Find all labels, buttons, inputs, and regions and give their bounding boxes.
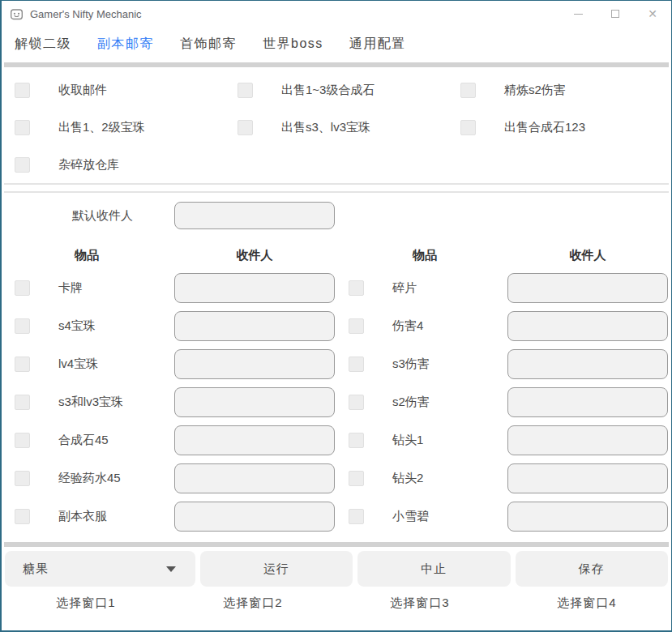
header-recipient-right: 收件人 bbox=[512, 248, 663, 263]
checkbox-sprite[interactable] bbox=[349, 509, 364, 524]
app-icon bbox=[10, 7, 24, 21]
table-row: 合成石45 钻头1 bbox=[2, 421, 671, 459]
item-label: 钻头2 bbox=[392, 471, 496, 486]
checkbox-s2-damage[interactable] bbox=[349, 395, 364, 410]
recipient-input-dungeon-clothes[interactable] bbox=[174, 502, 335, 532]
close-button[interactable]: ✕ bbox=[634, 1, 671, 27]
select-window-2[interactable]: 选择窗口2 bbox=[172, 596, 334, 611]
title-bar: Gamer's Nifty Mechanic ✕ bbox=[2, 1, 671, 27]
checkbox-fragment[interactable] bbox=[349, 280, 364, 296]
table-row: s4宝珠 伤害4 bbox=[2, 307, 671, 345]
checkbox-s3-damage[interactable] bbox=[349, 357, 364, 372]
checkbox-refine-s2-damage[interactable] bbox=[460, 83, 476, 98]
recipient-input-fragment[interactable] bbox=[507, 273, 668, 303]
default-recipient-input[interactable] bbox=[174, 202, 335, 229]
item-label: 小雪碧 bbox=[392, 509, 496, 524]
select-window-row: 选择窗口1 选择窗口2 选择窗口3 选择窗口4 bbox=[2, 587, 671, 611]
run-button[interactable]: 运行 bbox=[200, 551, 353, 587]
option-collect-mail: 收取邮件 bbox=[2, 83, 225, 98]
checkbox-exp-potion-45[interactable] bbox=[15, 471, 30, 486]
checkbox-synth-stone-45[interactable] bbox=[15, 433, 30, 448]
window-title: Gamer's Nifty Mechanic bbox=[30, 8, 559, 20]
minimize-icon bbox=[574, 14, 583, 15]
recipient-input-drill1[interactable] bbox=[507, 425, 668, 455]
app-window: Gamer's Nifty Mechanic ✕ 解锁二级 副本邮寄 首饰邮寄 … bbox=[0, 0, 672, 632]
checkbox-sell-s3-lv3-orb[interactable] bbox=[238, 120, 253, 135]
checkbox-sell-synth-stone-1-3[interactable] bbox=[238, 83, 253, 98]
checkbox-sell-orb-1-2[interactable] bbox=[15, 120, 30, 135]
window-select-value: 糖果 bbox=[23, 562, 49, 577]
item-label: 伤害4 bbox=[392, 318, 496, 334]
recipient-input-s3-lv3-orb[interactable] bbox=[174, 387, 335, 417]
table-row: 副本衣服 小雪碧 bbox=[2, 497, 671, 536]
checkbox-drill2[interactable] bbox=[349, 471, 364, 486]
recipient-input-card[interactable] bbox=[174, 273, 335, 303]
header-recipient-left: 收件人 bbox=[172, 248, 337, 263]
tab-world-boss[interactable]: 世界boss bbox=[263, 36, 323, 53]
option-sell-synth-stone-1-3: 出售1~3级合成石 bbox=[225, 83, 447, 98]
table-row: 经验药水45 钻头2 bbox=[2, 459, 671, 497]
option-label: 收取邮件 bbox=[58, 83, 107, 98]
option-sell-synth-stone-123: 出售合成石123 bbox=[447, 120, 670, 135]
recipient-input-lv4-orb[interactable] bbox=[174, 349, 335, 379]
save-button[interactable]: 保存 bbox=[516, 551, 669, 587]
window-controls: ✕ bbox=[559, 1, 671, 27]
checkbox-collect-mail[interactable] bbox=[15, 83, 30, 98]
option-refine-s2-damage: 精炼s2伤害 bbox=[447, 83, 670, 98]
window-select-dropdown[interactable]: 糖果 bbox=[5, 551, 195, 587]
item-label: 合成石45 bbox=[58, 433, 162, 448]
minimize-button[interactable] bbox=[559, 1, 597, 27]
tab-bar: 解锁二级 副本邮寄 首饰邮寄 世界boss 通用配置 bbox=[2, 27, 671, 62]
item-label: s3和lv3宝珠 bbox=[58, 395, 162, 410]
tab-dungeon-mail[interactable]: 副本邮寄 bbox=[97, 36, 154, 53]
checkbox-junk-to-warehouse[interactable] bbox=[15, 157, 30, 173]
recipient-input-s3-damage[interactable] bbox=[507, 349, 668, 379]
checkbox-sell-synth-stone-123[interactable] bbox=[460, 120, 476, 135]
recipient-input-sprite[interactable] bbox=[507, 502, 668, 532]
tab-general-config[interactable]: 通用配置 bbox=[349, 36, 406, 53]
abort-button[interactable]: 中止 bbox=[357, 551, 511, 587]
table-row: lv4宝珠 s3伤害 bbox=[2, 345, 671, 383]
default-recipient-row: 默认收件人 bbox=[2, 201, 671, 230]
options-row-1: 收取邮件 出售1~3级合成石 精炼s2伤害 bbox=[2, 71, 671, 109]
item-label: 碎片 bbox=[392, 280, 496, 296]
header-item-left: 物品 bbox=[2, 248, 172, 263]
item-label: 卡牌 bbox=[58, 280, 162, 296]
recipient-input-drill2[interactable] bbox=[507, 463, 668, 493]
option-label: 出售1、2级宝珠 bbox=[58, 120, 145, 135]
recipient-input-s4-orb[interactable] bbox=[174, 311, 335, 341]
checkbox-s4-orb[interactable] bbox=[15, 318, 30, 334]
option-label: 出售合成石123 bbox=[504, 120, 585, 135]
recipient-input-exp-potion-45[interactable] bbox=[174, 463, 335, 493]
checkbox-dungeon-clothes[interactable] bbox=[15, 509, 30, 524]
chevron-down-icon bbox=[166, 566, 176, 572]
close-icon: ✕ bbox=[648, 8, 657, 19]
option-sell-orb-1-2: 出售1、2级宝珠 bbox=[2, 120, 225, 135]
checkbox-lv4-orb[interactable] bbox=[15, 357, 30, 372]
recipient-input-synth-stone-45[interactable] bbox=[174, 425, 335, 455]
item-table: 卡牌 碎片 s4宝珠 伤害4 lv4宝珠 s3伤害 s3和lv3宝珠 bbox=[2, 269, 671, 536]
item-label: 钻头1 bbox=[392, 433, 496, 448]
checkbox-card[interactable] bbox=[15, 280, 30, 296]
table-header-row: 物品 收件人 物品 收件人 bbox=[2, 248, 671, 263]
item-label: 副本衣服 bbox=[58, 509, 162, 524]
checkbox-damage4[interactable] bbox=[349, 318, 364, 334]
option-label: 出售1~3级合成石 bbox=[281, 83, 375, 98]
checkbox-drill1[interactable] bbox=[349, 433, 364, 448]
checkbox-s3-lv3-orb[interactable] bbox=[15, 395, 30, 410]
item-label: s4宝珠 bbox=[58, 318, 162, 334]
select-window-1[interactable]: 选择窗口1 bbox=[5, 596, 167, 611]
recipient-input-damage4[interactable] bbox=[507, 311, 668, 341]
select-window-4[interactable]: 选择窗口4 bbox=[506, 596, 668, 611]
tab-jewelry-mail[interactable]: 首饰邮寄 bbox=[180, 36, 237, 53]
item-label: s2伤害 bbox=[392, 395, 496, 410]
option-label: 杂碎放仓库 bbox=[58, 157, 119, 173]
maximize-button[interactable] bbox=[597, 1, 634, 27]
maximize-icon bbox=[611, 10, 619, 18]
tab-unlock-level2[interactable]: 解锁二级 bbox=[15, 36, 71, 53]
table-row: 卡牌 碎片 bbox=[2, 269, 671, 307]
recipient-input-s2-damage[interactable] bbox=[507, 387, 668, 417]
options-section: 收取邮件 出售1~3级合成石 精炼s2伤害 出售1、2级宝珠 出售s3、lv3宝… bbox=[2, 67, 671, 183]
default-recipient-label: 默认收件人 bbox=[15, 208, 133, 224]
select-window-3[interactable]: 选择窗口3 bbox=[339, 596, 501, 611]
